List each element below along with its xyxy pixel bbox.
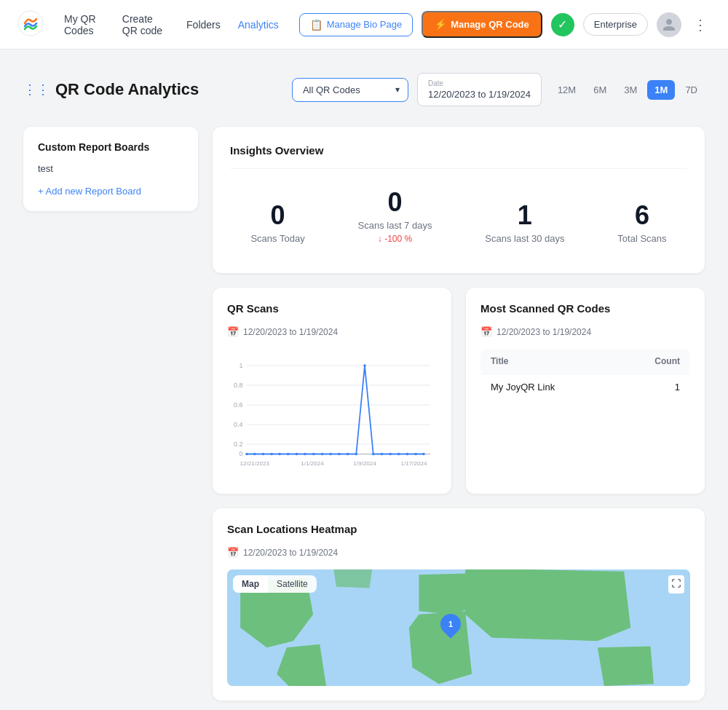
time-btn-1m[interactable]: 1M xyxy=(647,80,675,100)
calendar-icon-3: 📅 xyxy=(227,547,239,558)
heatmap-subtitle: 📅 12/20/2023 to 1/19/2024 xyxy=(227,547,690,558)
table-header: Title Count xyxy=(480,349,690,374)
page-header: ⋮⋮ QR Code Analytics All QR Codes Date 1… xyxy=(23,73,705,106)
svg-point-34 xyxy=(389,453,392,456)
stat-label-30d: Scans last 30 days xyxy=(485,233,564,244)
sidebar-card: Custom Report Boards test + Add new Repo… xyxy=(23,127,198,211)
qr-codes-select[interactable]: All QR Codes xyxy=(292,78,408,102)
qr-scans-date: 12/20/2023 to 1/19/2024 xyxy=(243,327,338,337)
svg-point-22 xyxy=(287,453,290,456)
page-title-wrap: ⋮⋮ QR Code Analytics xyxy=(23,80,199,99)
filter-area: All QR Codes Date 12/20/2023 to 1/19/202… xyxy=(292,73,705,106)
stat-value-7d: 0 xyxy=(358,189,432,216)
svg-point-19 xyxy=(262,453,265,456)
svg-text:1/9/2024: 1/9/2024 xyxy=(353,460,376,467)
svg-text:1/1/2024: 1/1/2024 xyxy=(301,460,324,467)
stat-label-total: Total Scans xyxy=(617,233,666,244)
map-container: Map Satellite 1 xyxy=(227,569,690,686)
table-cell-title: My JoyQR Link xyxy=(491,382,555,393)
stats-row: 0 Scans Today 0 Scans last 7 days ↓ -100… xyxy=(230,184,687,256)
time-buttons: 12M 6M 3M 1M 7D xyxy=(550,80,705,100)
svg-text:0.8: 0.8 xyxy=(234,382,243,389)
calendar-icon: 📅 xyxy=(227,326,239,337)
stat-value-total: 6 xyxy=(617,202,666,229)
svg-point-21 xyxy=(278,453,281,456)
svg-text:12/21/2023: 12/21/2023 xyxy=(240,460,270,467)
date-value: 12/20/2023 to 1/19/2024 xyxy=(428,89,531,100)
svg-point-38 xyxy=(422,453,425,456)
main-content: Insights Overview 0 Scans Today 0 Scans … xyxy=(213,127,705,710)
sidebar-title: Custom Report Boards xyxy=(38,141,183,153)
nav-my-qr-codes[interactable]: My QR Codes xyxy=(64,13,105,36)
time-btn-12m[interactable]: 12M xyxy=(550,80,583,100)
qr-icon: ⚡ xyxy=(435,19,446,30)
qr-scans-subtitle: 📅 12/20/2023 to 1/19/2024 xyxy=(227,326,437,337)
date-label: Date xyxy=(428,79,531,87)
svg-text:0.4: 0.4 xyxy=(234,421,243,428)
nav-analytics[interactable]: Analytics xyxy=(238,19,279,31)
add-report-board-button[interactable]: + Add new Report Board xyxy=(38,186,141,197)
qr-scans-chart: 1 0.8 0.6 0.4 0.2 0 12/21/2023 1/1/2024 … xyxy=(227,346,437,477)
svg-point-27 xyxy=(329,453,332,456)
svg-point-31 xyxy=(363,364,366,367)
navbar: My QR Codes Create QR code Folders Analy… xyxy=(0,0,728,50)
svg-text:1: 1 xyxy=(240,362,243,369)
nav-create-qr[interactable]: Create QR code xyxy=(122,13,169,36)
sidebar: Custom Report Boards test + Add new Repo… xyxy=(23,127,198,211)
stat-value-today: 0 xyxy=(250,202,304,229)
stat-change-7d: ↓ -100 % xyxy=(358,234,432,244)
svg-point-32 xyxy=(372,453,375,456)
map-tab-satellite[interactable]: Satellite xyxy=(268,575,317,593)
content-layout: Custom Report Boards test + Add new Repo… xyxy=(23,127,705,710)
svg-point-0 xyxy=(18,11,43,36)
svg-text:0: 0 xyxy=(240,450,243,457)
heatmap-title: Scan Locations Heatmap xyxy=(227,523,690,535)
svg-point-20 xyxy=(270,453,273,456)
divider xyxy=(230,168,687,169)
map-tab-map[interactable]: Map xyxy=(233,575,268,593)
page: ⋮⋮ QR Code Analytics All QR Codes Date 1… xyxy=(0,50,728,710)
svg-point-18 xyxy=(253,453,256,456)
enterprise-button[interactable]: Enterprise xyxy=(583,13,648,36)
stat-scans-today: 0 Scans Today xyxy=(250,202,304,244)
sidebar-report-item: test xyxy=(38,163,183,174)
svg-point-36 xyxy=(406,453,409,456)
cards-row: QR Scans 📅 12/20/2023 to 1/19/2024 xyxy=(213,288,705,494)
stat-total-scans: 6 Total Scans xyxy=(617,202,666,244)
map-expand-button[interactable] xyxy=(668,575,684,593)
svg-point-28 xyxy=(338,453,341,456)
table-col-count: Count xyxy=(654,356,680,366)
svg-text:1/17/2024: 1/17/2024 xyxy=(401,460,427,467)
qr-scans-title: QR Scans xyxy=(227,302,437,315)
svg-point-33 xyxy=(381,453,384,456)
svg-point-30 xyxy=(355,453,358,456)
more-options-button[interactable]: ⋮ xyxy=(690,13,711,36)
time-btn-6m[interactable]: 6M xyxy=(586,80,614,100)
svg-point-17 xyxy=(245,453,248,456)
stat-scans-7d: 0 Scans last 7 days ↓ -100 % xyxy=(358,189,432,244)
most-scanned-date: 12/20/2023 to 1/19/2024 xyxy=(496,327,591,337)
svg-point-29 xyxy=(347,453,349,456)
svg-text:0.6: 0.6 xyxy=(234,401,243,409)
check-icon[interactable]: ✓ xyxy=(551,13,574,36)
insights-card: Insights Overview 0 Scans Today 0 Scans … xyxy=(213,127,705,273)
map-pin-label: 1 xyxy=(448,620,452,628)
logo[interactable] xyxy=(17,10,44,39)
most-scanned-title: Most Scanned QR Codes xyxy=(480,302,690,315)
svg-point-23 xyxy=(296,453,298,456)
avatar[interactable] xyxy=(657,12,681,37)
time-btn-7d[interactable]: 7D xyxy=(678,80,705,100)
table-cell-count: 1 xyxy=(675,382,680,393)
time-btn-3m[interactable]: 3M xyxy=(617,80,644,100)
manage-qr-button[interactable]: ⚡ Manage QR Code xyxy=(422,11,542,38)
svg-point-37 xyxy=(414,453,417,456)
nav-links: My QR Codes Create QR code Folders Analy… xyxy=(64,13,279,36)
svg-point-24 xyxy=(304,453,306,456)
stat-value-30d: 1 xyxy=(485,202,564,229)
drag-icon: ⋮⋮ xyxy=(23,82,50,98)
table-row: My JoyQR Link 1 xyxy=(480,374,690,400)
map-tabs: Map Satellite xyxy=(233,575,317,593)
nav-folders[interactable]: Folders xyxy=(186,19,221,31)
manage-bio-button[interactable]: 📋 Manage Bio Page xyxy=(299,13,413,36)
nav-right: 📋 Manage Bio Page ⚡ Manage QR Code ✓ Ent… xyxy=(299,11,711,38)
